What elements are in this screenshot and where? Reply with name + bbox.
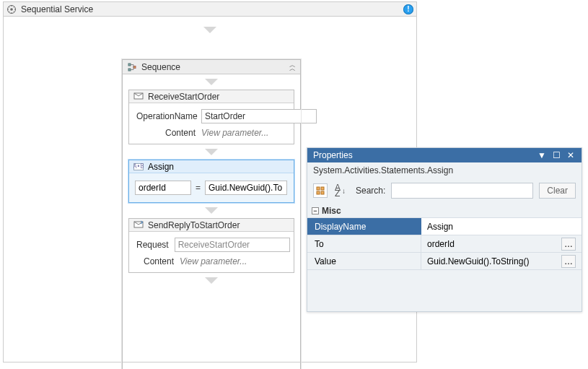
properties-grid: − Misc DisplayName Assign To orderId … V… bbox=[307, 204, 582, 305]
close-icon[interactable]: ✕ bbox=[566, 151, 576, 160]
property-row-to[interactable]: To orderId … bbox=[307, 235, 582, 252]
content-label: Content bbox=[136, 256, 180, 266]
drop-connector[interactable] bbox=[123, 273, 300, 288]
drop-connector[interactable] bbox=[123, 203, 300, 218]
view-parameter-link[interactable]: View parameter... bbox=[201, 128, 268, 138]
sendreply-header[interactable]: SendReplyToStartOrder bbox=[129, 219, 294, 232]
request-input[interactable] bbox=[175, 238, 290, 252]
service-icon bbox=[6, 4, 17, 14]
properties-title: Properties bbox=[313, 150, 532, 160]
operationname-label: OperationName bbox=[136, 111, 201, 121]
property-name: Value bbox=[307, 253, 421, 269]
group-label: Misc bbox=[322, 206, 341, 216]
sequence-icon bbox=[127, 62, 137, 72]
pin-icon[interactable]: ▼ bbox=[537, 151, 547, 160]
maximize-icon[interactable]: ☐ bbox=[551, 151, 561, 160]
property-value[interactable]: Guid.NewGuid().ToString() bbox=[427, 256, 529, 266]
ellipsis-button[interactable]: … bbox=[561, 238, 576, 251]
property-name: To bbox=[307, 235, 421, 252]
assign-icon: A•B bbox=[133, 163, 144, 170]
receive-title: ReceiveStartOrder bbox=[148, 92, 219, 102]
sequential-service-header[interactable]: Sequential Service ! bbox=[4, 2, 416, 17]
ellipsis-button[interactable]: … bbox=[561, 255, 576, 268]
property-row-displayname[interactable]: DisplayName Assign bbox=[307, 217, 582, 235]
receive-activity[interactable]: ReceiveStartOrder OperationName Content … bbox=[128, 90, 294, 144]
drop-connector[interactable] bbox=[123, 144, 300, 160]
content-label: Content bbox=[136, 128, 201, 138]
assign-to-input[interactable] bbox=[135, 181, 191, 195]
envelope-out-icon bbox=[133, 220, 144, 230]
properties-titlebar[interactable]: Properties ▼ ☐ ✕ bbox=[307, 148, 582, 162]
svg-rect-2 bbox=[128, 64, 131, 66]
property-value[interactable]: Assign bbox=[427, 222, 453, 232]
alphabetical-sort-button[interactable]: AZ↓ bbox=[333, 183, 347, 198]
view-parameter-link[interactable]: View parameter... bbox=[180, 256, 247, 266]
receive-header[interactable]: ReceiveStartOrder bbox=[129, 90, 294, 103]
property-row-value[interactable]: Value Guid.NewGuid().ToString() … bbox=[307, 252, 582, 269]
collapse-icon[interactable]: ︿︿ bbox=[289, 64, 296, 70]
svg-rect-7 bbox=[317, 187, 320, 190]
sendreply-title: SendReplyToStartOrder bbox=[148, 220, 240, 230]
property-value[interactable]: orderId bbox=[427, 239, 455, 249]
drop-connector-top[interactable] bbox=[4, 17, 416, 38]
drop-connector[interactable] bbox=[123, 74, 300, 90]
svg-rect-10 bbox=[321, 191, 324, 194]
search-input[interactable] bbox=[391, 183, 533, 199]
properties-type: System.Activities.Statements.Assign bbox=[307, 162, 582, 180]
sequence-header[interactable]: Sequence ︿︿ bbox=[123, 60, 300, 74]
sequence-activity[interactable]: Sequence ︿︿ ReceiveStartOrder OperationN… bbox=[122, 59, 301, 369]
assign-header[interactable]: A•B Assign bbox=[129, 160, 294, 173]
search-label: Search: bbox=[356, 186, 385, 196]
svg-rect-8 bbox=[321, 187, 324, 190]
assign-activity[interactable]: A•B Assign = bbox=[128, 160, 294, 203]
group-misc[interactable]: − Misc bbox=[307, 204, 582, 217]
envelope-icon bbox=[133, 92, 144, 102]
assign-equals: = bbox=[196, 183, 201, 193]
request-label: Request bbox=[136, 240, 175, 250]
operationname-input[interactable] bbox=[201, 109, 317, 123]
svg-point-1 bbox=[10, 8, 13, 11]
svg-rect-3 bbox=[128, 69, 131, 71]
property-name: DisplayName bbox=[307, 218, 421, 235]
sendreply-activity[interactable]: SendReplyToStartOrder Request Content Vi… bbox=[128, 218, 294, 273]
svg-rect-9 bbox=[317, 191, 320, 194]
sequential-service-title: Sequential Service bbox=[21, 4, 93, 14]
categorized-button[interactable] bbox=[313, 183, 328, 198]
group-toggle-icon[interactable]: − bbox=[312, 207, 319, 214]
clear-button[interactable]: Clear bbox=[539, 183, 576, 199]
assign-value-input[interactable] bbox=[205, 181, 287, 195]
validation-badge-icon[interactable]: ! bbox=[403, 4, 413, 14]
properties-pane: Properties ▼ ☐ ✕ System.Activities.State… bbox=[307, 147, 582, 312]
sequence-title: Sequence bbox=[141, 62, 180, 72]
assign-title: Assign bbox=[148, 162, 174, 172]
properties-empty-area bbox=[307, 269, 582, 305]
